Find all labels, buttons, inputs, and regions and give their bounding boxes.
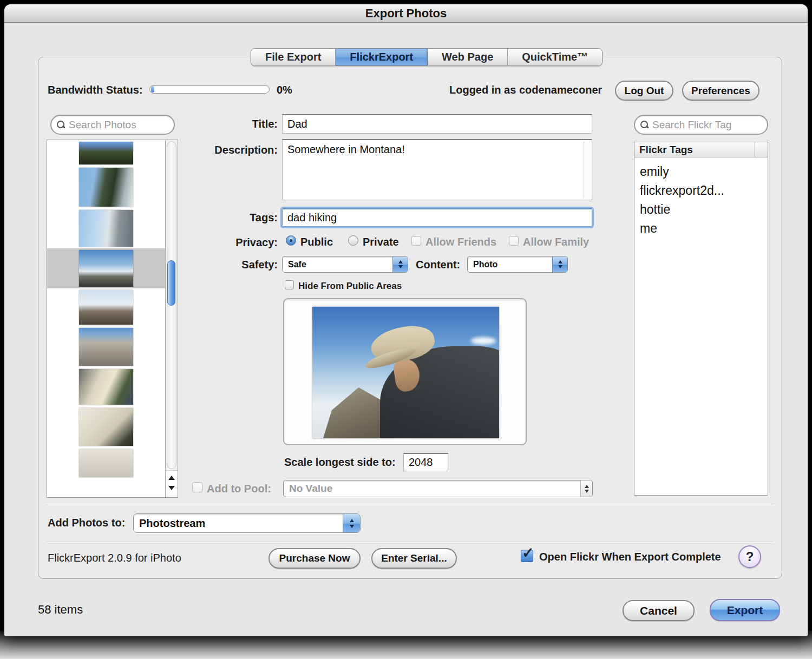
add-to-pool-label: Add to Pool: bbox=[207, 483, 271, 495]
preferences-button[interactable]: Preferences bbox=[682, 81, 759, 101]
description-value: Somewhere in Montana! bbox=[287, 143, 405, 156]
title-input[interactable]: Dad bbox=[282, 114, 592, 134]
photo-list-scrollbar[interactable] bbox=[165, 140, 178, 497]
photo-thumbnail-cliff[interactable] bbox=[79, 210, 133, 247]
pool-value: No Value bbox=[289, 483, 332, 495]
bandwidth-progress-indicator bbox=[151, 86, 154, 93]
add-to-pool-popup[interactable]: No Value bbox=[283, 480, 593, 497]
flickr-tags-scroll-column bbox=[755, 142, 768, 157]
content-value: Photo bbox=[473, 260, 497, 269]
hide-public-checkbox[interactable] bbox=[285, 280, 294, 289]
search-flickr-tag-input[interactable]: Search Flickr Tag bbox=[634, 115, 768, 135]
flickr-tag-item[interactable]: flickrexport2d... bbox=[640, 181, 768, 200]
add-photos-to-popup[interactable]: Photostream bbox=[133, 513, 361, 533]
scrollbar-thumb[interactable] bbox=[167, 260, 175, 306]
search-icon bbox=[57, 121, 65, 129]
photo-thumbnail-row[interactable] bbox=[47, 326, 165, 367]
flickr-tag-item[interactable]: emily bbox=[640, 162, 768, 181]
tab-web-page[interactable]: Web Page bbox=[428, 49, 508, 65]
photo-thumbnail-row[interactable] bbox=[47, 447, 165, 479]
preview-well bbox=[283, 298, 527, 445]
tab-file-export[interactable]: File Export bbox=[251, 49, 336, 65]
photo-thumbnail-forest[interactable] bbox=[79, 142, 133, 164]
tab-quicktime-[interactable]: QuickTime™ bbox=[508, 49, 602, 65]
safety-popup[interactable]: Safe bbox=[282, 256, 408, 273]
export-button[interactable]: Export bbox=[710, 599, 780, 621]
photo-thumbnail-rocky[interactable] bbox=[79, 328, 133, 366]
popup-stepper-icon bbox=[392, 256, 408, 272]
cancel-button[interactable]: Cancel bbox=[623, 600, 695, 621]
add-photos-to-value: Photostream bbox=[139, 517, 205, 530]
description-scrollbar[interactable] bbox=[584, 141, 591, 199]
privacy-radio-label: Public bbox=[300, 236, 333, 248]
privacy-radio-public[interactable] bbox=[286, 235, 296, 246]
content-popup[interactable]: Photo bbox=[467, 256, 568, 273]
photo-thumbnail-arch[interactable] bbox=[79, 168, 133, 207]
screenshot-root: Export Photos File ExportFlickrExportWeb… bbox=[0, 0, 812, 659]
search-flickr-tag-placeholder: Search Flickr Tag bbox=[652, 119, 731, 131]
tags-label: Tags: bbox=[191, 212, 278, 224]
photo-thumbnail-row[interactable] bbox=[47, 166, 165, 208]
privacy-checkbox-allow-friends[interactable] bbox=[411, 236, 421, 246]
photo-thumbnail-list[interactable] bbox=[47, 140, 178, 498]
flickr-tag-item[interactable]: me bbox=[640, 219, 768, 238]
photo-thumbnail-blossom1[interactable] bbox=[79, 408, 133, 446]
log-out-button[interactable]: Log Out bbox=[615, 81, 673, 101]
tab-flickrexport[interactable]: FlickrExport bbox=[336, 49, 428, 65]
tags-value: dad hiking bbox=[287, 212, 337, 224]
photo-thumbnail-row[interactable] bbox=[47, 288, 165, 326]
photo-thumbnail-row[interactable] bbox=[47, 406, 165, 447]
enter-serial-button[interactable]: Enter Serial... bbox=[371, 548, 457, 569]
photo-thumbnail-ridge[interactable] bbox=[79, 290, 133, 325]
privacy-checkbox-label: Allow Friends bbox=[425, 236, 496, 248]
flickr-tags-header[interactable]: Flickr Tags bbox=[634, 142, 768, 157]
description-input[interactable]: Somewhere in Montana! bbox=[282, 139, 592, 200]
search-photos-placeholder: Search Photos bbox=[69, 119, 136, 131]
window-titlebar: Export Photos bbox=[4, 4, 808, 23]
popup-stepper-icon bbox=[580, 480, 592, 497]
title-label: Title: bbox=[191, 118, 278, 130]
photo-thumbnail-row[interactable] bbox=[47, 367, 165, 406]
search-icon bbox=[640, 121, 649, 129]
scale-input[interactable]: 2048 bbox=[403, 453, 448, 471]
photo-thumbnail-row[interactable] bbox=[47, 208, 165, 248]
help-button[interactable]: ? bbox=[738, 545, 761, 568]
bandwidth-label: Bandwidth Status: bbox=[48, 84, 143, 96]
safety-value: Safe bbox=[288, 260, 306, 269]
privacy-radio-label: Private bbox=[363, 236, 399, 248]
content-label: Content: bbox=[416, 259, 460, 271]
photo-thumbnail-row[interactable] bbox=[47, 248, 165, 288]
privacy-label: Privacy: bbox=[191, 236, 278, 249]
checkmark-icon: ✓ bbox=[522, 544, 534, 562]
scale-value: 2048 bbox=[409, 456, 433, 469]
tags-input[interactable]: dad hiking bbox=[282, 208, 592, 227]
flickr-tags-list: emilyflickrexport2d...hottieme bbox=[634, 158, 768, 495]
popup-stepper-icon bbox=[343, 514, 360, 532]
scroll-up-icon[interactable] bbox=[168, 476, 175, 480]
items-count: 58 items bbox=[38, 603, 83, 617]
privacy-checkbox-label: Allow Family bbox=[523, 236, 589, 248]
version-text: FlickrExport 2.0.9 for iPhoto bbox=[48, 552, 181, 564]
purchase-now-button[interactable]: Purchase Now bbox=[269, 548, 361, 569]
export-photos-window: Export Photos File ExportFlickrExportWeb… bbox=[4, 4, 808, 636]
scroll-down-icon[interactable] bbox=[168, 486, 175, 490]
popup-stepper-icon bbox=[552, 256, 567, 272]
login-status: Logged in as codenameconer bbox=[449, 84, 602, 96]
photo-thumbnail-palerock[interactable] bbox=[79, 369, 133, 405]
safety-label: Safety: bbox=[191, 259, 278, 271]
photo-preview bbox=[312, 307, 499, 438]
privacy-radio-private[interactable] bbox=[348, 235, 358, 246]
privacy-checkbox-allow-family[interactable] bbox=[509, 236, 519, 246]
photo-thumbnail-blossom2[interactable] bbox=[79, 449, 133, 477]
open-flickr-label: Open Flickr When Export Complete bbox=[539, 551, 721, 563]
photo-thumbnail-hiker[interactable] bbox=[79, 250, 133, 287]
open-flickr-checkbox[interactable]: ✓ bbox=[521, 550, 533, 562]
add-to-pool-checkbox[interactable] bbox=[192, 482, 202, 492]
search-photos-input[interactable]: Search Photos bbox=[50, 115, 175, 135]
photo-thumbnail-row[interactable] bbox=[47, 140, 165, 166]
scale-label: Scale longest side to: bbox=[284, 456, 396, 469]
flickr-tag-item[interactable]: hottie bbox=[640, 200, 768, 219]
add-photos-to-label: Add Photos to: bbox=[48, 517, 125, 529]
bandwidth-progressbar bbox=[149, 85, 270, 94]
window-title: Export Photos bbox=[365, 6, 447, 21]
